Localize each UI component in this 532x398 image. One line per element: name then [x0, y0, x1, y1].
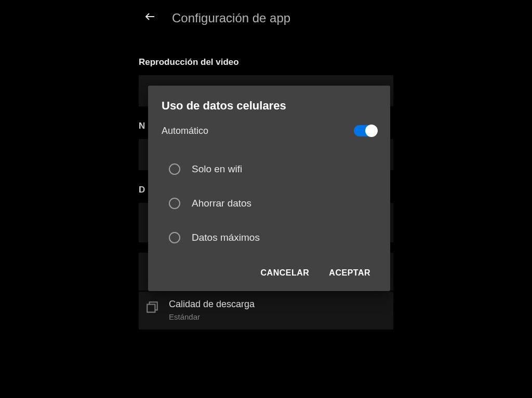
- cancel-button[interactable]: CANCELAR: [259, 264, 312, 282]
- radio-label-wifi: Solo en wifi: [192, 163, 242, 175]
- page-title: Configuración de app: [172, 11, 290, 25]
- dialog-auto-label: Automático: [162, 126, 208, 136]
- dialog-title: Uso de datos celulares: [162, 99, 377, 113]
- radio-label-save: Ahorrar datos: [192, 198, 251, 209]
- dialog-actions: CANCELAR ACEPTAR: [162, 264, 377, 282]
- accept-button[interactable]: ACEPTAR: [327, 264, 373, 282]
- back-arrow-icon[interactable]: [144, 10, 156, 26]
- svg-rect-3: [147, 304, 155, 312]
- section-video-playback: Reproducción del video: [139, 57, 393, 67]
- radio-option-save[interactable]: Ahorrar datos: [162, 186, 377, 221]
- radio-option-max[interactable]: Datos máximos: [162, 221, 377, 255]
- radio-label-max: Datos máximos: [192, 232, 260, 243]
- dialog-auto-row[interactable]: Automático: [162, 125, 377, 136]
- radio-icon: [169, 232, 180, 243]
- header: Configuración de app: [139, 0, 393, 36]
- radio-option-wifi[interactable]: Solo en wifi: [162, 152, 377, 186]
- download-quality-sub: Estándar: [169, 312, 387, 322]
- download-quality-title: Calidad de descarga: [169, 299, 387, 310]
- radio-icon: [169, 198, 180, 209]
- settings-row-download-quality[interactable]: Calidad de descarga Estándar: [139, 292, 393, 330]
- auto-toggle[interactable]: [354, 125, 377, 136]
- quality-icon: [145, 301, 159, 314]
- cellular-data-dialog: Uso de datos celulares Automático Solo e…: [148, 86, 390, 291]
- radio-icon: [169, 163, 180, 175]
